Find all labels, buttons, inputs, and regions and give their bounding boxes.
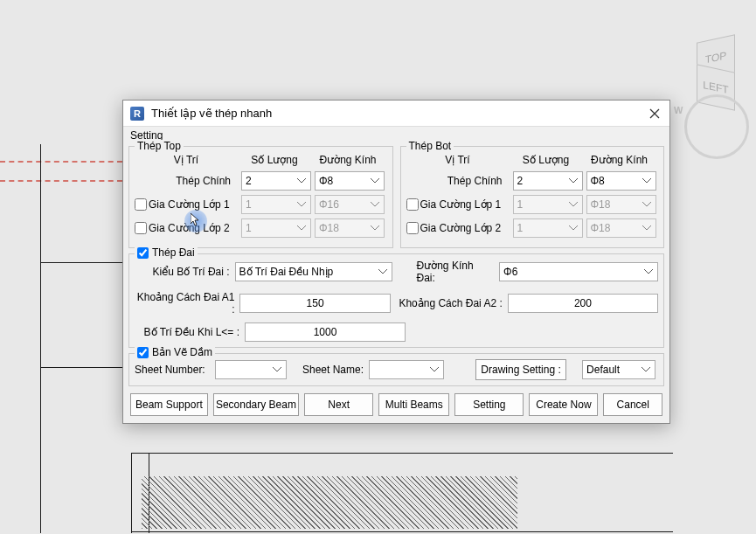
- top-layer2-checkbox[interactable]: [135, 222, 147, 234]
- default-select[interactable]: Default: [582, 360, 655, 379]
- bot-layer2-qty-select[interactable]: 1: [513, 218, 583, 238]
- khoang-cach-a1-label: Khoảng Cách Đai A1 :: [135, 291, 234, 316]
- thep-dai-checkbox[interactable]: [137, 247, 149, 259]
- compass-w-label: W: [674, 105, 683, 115]
- top-layer1-dia-select[interactable]: Φ16: [315, 195, 385, 214]
- ban-ve-dam-checkbox[interactable]: [137, 347, 149, 358]
- bo-tri-deu-l-input[interactable]: [245, 322, 406, 342]
- sheet-number-label: Sheet Number:: [135, 364, 210, 376]
- top-col-qty: Số Lượng: [238, 154, 311, 166]
- close-icon: [649, 108, 660, 119]
- view-cube[interactable]: TOP LEFT W: [679, 33, 754, 138]
- top-main-label: Thép Chính: [135, 175, 234, 187]
- drawing-setting-label: Drawing Setting :: [481, 364, 560, 376]
- bot-layer1-checkbox[interactable]: [406, 198, 419, 211]
- thep-top-group: Thép Top Vị Trí Số Lượng Đường Kính Thép…: [128, 146, 393, 248]
- button-row: Beam Support Secondary Beam Next Multi B…: [128, 393, 664, 416]
- create-now-label: Create Now: [536, 399, 591, 411]
- bot-main-label: Thép Chính: [406, 175, 506, 187]
- top-col-pos: Vị Trí: [135, 154, 238, 166]
- close-button[interactable]: [647, 106, 662, 121]
- kieu-bo-tri-select[interactable]: Bố Trí Đai Đều Nhịp: [235, 262, 392, 281]
- cancel-button[interactable]: Cancel: [603, 393, 662, 416]
- setting-label: Setting: [473, 399, 505, 411]
- bot-layer2-checkbox[interactable]: [406, 222, 419, 234]
- top-layer1-qty-select[interactable]: 1: [241, 195, 311, 214]
- ban-ve-dam-legend: Bản Vẽ Dầm: [152, 346, 212, 358]
- khoang-cach-a1-input[interactable]: [239, 294, 390, 313]
- sheet-name-select[interactable]: [369, 360, 444, 379]
- bot-layer1-dia-select[interactable]: Φ18: [586, 195, 656, 214]
- duong-kinh-dai-select[interactable]: Φ6: [499, 262, 658, 281]
- sheet-name-label: Sheet Name:: [302, 364, 364, 376]
- secondary-beam-label: Secondary Beam: [216, 399, 296, 411]
- top-main-dia-select[interactable]: Φ8: [315, 171, 385, 191]
- drawing-setting-button[interactable]: Drawing Setting :: [475, 359, 566, 380]
- viewcube-top-label: TOP: [705, 49, 726, 66]
- menu-setting[interactable]: Setting: [123, 127, 669, 144]
- thep-top-legend: Thép Top: [135, 140, 184, 152]
- bot-layer2-dia-select[interactable]: Φ18: [586, 218, 656, 238]
- next-button[interactable]: Next: [304, 393, 373, 416]
- thep-dai-legend: Thép Đai: [152, 246, 195, 259]
- rebar-setup-dialog: R Thiết lập vẽ thép nhanh Setting Thép T…: [122, 100, 670, 424]
- bot-layer1-label: Gia Cường Lớp 1: [419, 198, 503, 211]
- multi-beams-label: Multi Beams: [385, 399, 443, 411]
- titlebar: R Thiết lập vẽ thép nhanh: [123, 101, 669, 127]
- bo-tri-deu-l-label: Bố Trí Đều Khi L<= :: [135, 326, 239, 338]
- top-main-qty-select[interactable]: 2: [241, 171, 311, 191]
- secondary-beam-button[interactable]: Secondary Beam: [213, 393, 299, 416]
- cancel-label: Cancel: [617, 399, 649, 411]
- create-now-button[interactable]: Create Now: [529, 393, 598, 416]
- ban-ve-dam-group: Bản Vẽ Dầm Sheet Number: Sheet Name: Dra…: [128, 353, 664, 386]
- thep-bot-group: Thép Bot Vị Trí Số Lượng Đường Kính Thép…: [400, 146, 665, 248]
- bot-layer2-label: Gia Cường Lớp 2: [419, 222, 503, 234]
- sheet-number-select[interactable]: [215, 360, 287, 379]
- kieu-bo-tri-label: Kiểu Bố Trí Đai :: [135, 266, 230, 278]
- khoang-cach-a2-input[interactable]: [508, 294, 658, 313]
- compass-ring[interactable]: [684, 94, 749, 159]
- bot-layer1-qty-select[interactable]: 1: [513, 195, 583, 214]
- beam-support-button[interactable]: Beam Support: [130, 393, 208, 416]
- khoang-cach-a2-label: Khoảng Cách Đai A2 :: [396, 297, 503, 309]
- next-label: Next: [328, 399, 350, 411]
- setting-button[interactable]: Setting: [454, 393, 524, 416]
- top-layer1-label: Gia Cường Lớp 1: [147, 198, 231, 211]
- thep-dai-group: Thép Đai Kiểu Bố Trí Đai : Bố Trí Đai Đề…: [128, 253, 664, 348]
- bot-col-pos: Vị Trí: [406, 154, 510, 166]
- multi-beams-button[interactable]: Multi Beams: [378, 393, 449, 416]
- bot-main-dia-select[interactable]: Φ8: [586, 171, 656, 191]
- beam-support-label: Beam Support: [135, 399, 203, 411]
- bot-col-dia: Đường Kính: [583, 154, 656, 166]
- thep-bot-legend: Thép Bot: [406, 140, 454, 152]
- dialog-title: Thiết lập vẽ thép nhanh: [151, 107, 647, 120]
- top-layer2-dia-select[interactable]: Φ18: [315, 218, 385, 238]
- top-layer1-checkbox[interactable]: [135, 198, 147, 211]
- bot-col-qty: Số Lượng: [510, 154, 583, 166]
- top-col-dia: Đường Kính: [311, 154, 385, 166]
- top-layer2-qty-select[interactable]: 1: [241, 218, 311, 238]
- top-layer2-label: Gia Cường Lớp 2: [147, 222, 231, 234]
- revit-icon: R: [130, 107, 144, 121]
- duong-kinh-dai-label: Đường Kính Đai:: [417, 260, 495, 284]
- bot-main-qty-select[interactable]: 2: [513, 171, 583, 191]
